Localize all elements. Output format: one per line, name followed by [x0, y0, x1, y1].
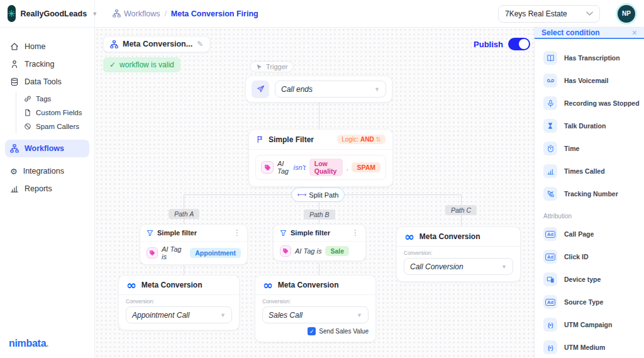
bar-chart-icon	[10, 184, 19, 193]
sidebar-item-custom-fields[interactable]: Custom Fields	[20, 106, 89, 120]
person-icon	[10, 60, 19, 69]
path-c-meta-conversion-node[interactable]: ∞ Meta Conversion Conversion: Call Conve…	[396, 227, 521, 282]
condition-item-call-page[interactable]: Ad Call Page	[543, 223, 644, 245]
kebab-menu-icon[interactable]: ⋮	[352, 228, 359, 237]
workflow-canvas[interactable]: Meta Conversion... ✎ ✓ workflow is valid…	[95, 28, 534, 358]
condition-item-utm-campaign[interactable]: (•) UTM Campaign	[543, 313, 644, 336]
toggle-knob	[519, 39, 529, 49]
condition-item-source-type[interactable]: Ad Source Type	[543, 291, 644, 313]
conversion-select[interactable]: Call Conversion ▼	[404, 258, 513, 275]
path-c-label: Path C	[445, 205, 477, 215]
breadcrumb-page: Meta Conversion Firing	[171, 9, 258, 18]
chevron-down-icon: ▼	[374, 86, 380, 92]
sidebar-item-data-tools[interactable]: Data Tools	[5, 73, 89, 91]
top-bar: ✳ ReallyGoodLeads ▼ Workflows / Meta Con…	[0, 0, 644, 28]
divider	[249, 149, 392, 150]
sidebar-item-label: Integrations	[23, 167, 64, 176]
condition-item-has-transcription[interactable]: Has Transcription	[543, 47, 644, 69]
node-title: Meta Conversion	[278, 281, 368, 289]
condition-item-recording-stopped[interactable]: Recording was Stopped	[543, 92, 644, 115]
link-icon	[24, 95, 31, 103]
condition-item-times-called[interactable]: Times Called	[543, 160, 644, 182]
filter-condition-row[interactable]: AI Tag is Sale	[274, 242, 365, 260]
close-icon[interactable]: ×	[632, 28, 637, 38]
trigger-pill: Trigger	[250, 61, 294, 72]
condition-item-has-voicemail[interactable]: Has Voicemail	[543, 69, 644, 92]
edit-icon[interactable]: ✎	[197, 40, 203, 48]
kebab-menu-icon[interactable]: ⋮	[233, 228, 241, 237]
conversion-select[interactable]: Appointment Call ▼	[126, 306, 232, 323]
path-a-meta-conversion-node[interactable]: ∞ Meta Conversion Conversion: Appointmen…	[118, 275, 240, 330]
condition-item-label: Has Voicemail	[564, 77, 608, 84]
chevron-down-icon: ▼	[220, 312, 226, 318]
workspace-selector[interactable]: 7Keys Real Estate	[498, 5, 600, 23]
tag-icon	[261, 161, 274, 174]
connector-line	[319, 103, 319, 129]
condition-item-talk-duration[interactable]: Talk Duration	[543, 115, 644, 137]
condition-text: AI Tag is	[162, 245, 186, 260]
path-a-filter-node[interactable]: Simple filter ⋮ AI Tag is Appointment	[140, 224, 248, 265]
chevron-down-icon: ▼	[501, 264, 507, 270]
logic-badge[interactable]: Logic: AND ⇅	[337, 135, 386, 144]
funnel-icon	[280, 230, 287, 237]
brand-area[interactable]: ✳ ReallyGoodLeads ▼	[0, 0, 95, 27]
trigger-node[interactable]: Call ends ▼	[245, 76, 392, 103]
condition-item-utm-medium[interactable]: (•) UTM Medium	[543, 336, 644, 358]
avatar[interactable]: NP	[618, 5, 635, 23]
path-b-filter-node[interactable]: Simple filter ⋮ AI Tag is Sale	[273, 224, 366, 261]
condition-value-badge[interactable]: SPAM	[352, 162, 380, 172]
sidebar-item-label: Custom Fields	[36, 109, 82, 116]
conversion-value: Call Conversion	[410, 262, 464, 271]
condition-value-badge[interactable]: Appointment	[190, 248, 241, 258]
condition-list: Has Transcription Has Voicemail Recordin…	[535, 39, 644, 358]
filter-condition-row[interactable]: AI Tag isn't Low Quality , SPAM	[255, 155, 386, 180]
condition-item-label: Recording was Stopped	[564, 99, 640, 107]
workflow-title: Meta Conversion...	[123, 40, 192, 48]
sidebar-item-home[interactable]: Home	[5, 38, 89, 55]
condition-item-time[interactable]: Time	[543, 137, 644, 160]
trigger-pill-label: Trigger	[266, 63, 287, 70]
condition-value-badge[interactable]: Low Quality	[309, 159, 343, 176]
conversion-value: Appointment Call	[132, 311, 189, 320]
conversion-field-label: Conversion:	[404, 250, 513, 256]
sidebar-item-label: Tracking	[25, 60, 54, 69]
conversion-select[interactable]: Sales Call ▼	[262, 306, 369, 323]
sidebar-item-workflows[interactable]: Workflows	[5, 140, 89, 157]
attribution-section-label: Attribution	[543, 205, 644, 223]
split-path-node[interactable]: ←→ Split Path	[291, 187, 345, 202]
sidebar-item-tags[interactable]: Tags	[20, 92, 89, 106]
breadcrumb-separator: /	[164, 9, 166, 18]
phone-icon	[543, 187, 557, 201]
ad-icon: Ad	[543, 250, 557, 264]
breadcrumb-section[interactable]: Workflows	[113, 9, 160, 18]
sidebar-item-spam-callers[interactable]: Spam Callers	[20, 120, 89, 133]
publish-control: Publish	[474, 38, 530, 50]
workflow-status-text: workflow is valid	[119, 60, 174, 69]
sidebar-item-label: Reports	[25, 184, 52, 193]
sidebar-item-label: Data Tools	[25, 77, 62, 86]
node-title: Simple filter	[291, 229, 348, 237]
blocked-icon	[24, 123, 31, 130]
simple-filter-node[interactable]: Simple Filter Logic: AND ⇅ AI Tag isn't …	[248, 129, 393, 187]
condition-item-click-id[interactable]: Ad Click ID	[543, 245, 644, 268]
condition-value-badge[interactable]: Sale	[325, 246, 349, 256]
sidebar-item-reports[interactable]: Reports	[5, 180, 89, 198]
select-condition-panel: Select condition × Has Transcription Has…	[534, 28, 644, 358]
checkbox-checked[interactable]: ✓	[308, 327, 316, 335]
workflow-title-card[interactable]: Meta Conversion... ✎	[103, 36, 210, 52]
sidebar-item-tracking[interactable]: Tracking	[5, 55, 89, 73]
device-icon	[543, 272, 557, 286]
filter-condition-row[interactable]: AI Tag is Appointment	[140, 242, 247, 264]
sidebar-item-integrations[interactable]: ⚙ Integrations	[5, 162, 89, 180]
condition-item-tracking-number[interactable]: Tracking Number	[543, 182, 644, 205]
publish-toggle[interactable]	[508, 38, 530, 50]
left-right-arrows-icon: ←→	[297, 191, 306, 198]
condition-item-device-type[interactable]: Device type	[543, 268, 644, 291]
sidebar-item-label: Workflows	[25, 144, 64, 153]
trigger-event-select[interactable]: Call ends ▼	[275, 81, 386, 98]
path-b-label: Path B	[304, 210, 335, 220]
path-b-meta-conversion-node[interactable]: ∞ Meta Conversion Conversion: Sales Call…	[255, 275, 376, 342]
chevron-down-icon	[586, 11, 593, 16]
connector-line	[319, 263, 319, 275]
sidebar-item-label: Home	[25, 42, 45, 51]
